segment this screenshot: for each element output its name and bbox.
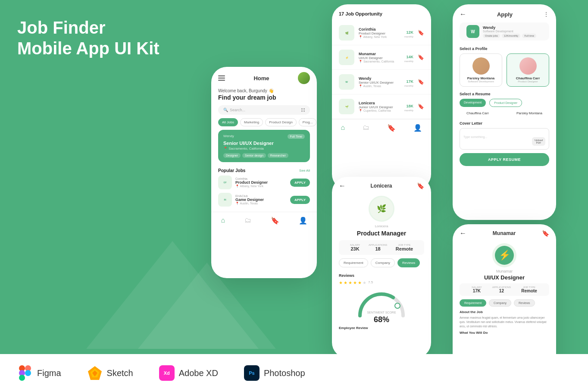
profile-parsley[interactable]: Parsley Montana Software Development xyxy=(460,53,502,87)
apply-btn-2[interactable]: APPLY xyxy=(290,196,310,204)
job-list-item-2[interactable]: ⚡ Munamar UI/UX Designer 📍 Sacramento, C… xyxy=(332,45,431,70)
featured-job-card[interactable]: Wendy Full Time Senior UI/UX Designer 📍 … xyxy=(218,130,310,162)
phone-header: Home xyxy=(211,67,317,87)
company-badges: Onsite jobs 12K/monthly Full time xyxy=(483,34,536,38)
stars-row: ★ ★ ★ ★ ★ ★ 7.5 xyxy=(339,280,424,285)
badge-salary: 12K/monthly xyxy=(502,34,520,38)
star-3: ★ xyxy=(348,280,352,285)
m-tab-requirement[interactable]: Requirement xyxy=(460,299,486,307)
bottom-nav: ⌂ 🗂 🔖 👤 xyxy=(211,212,317,229)
featured-badge: Full Time xyxy=(288,134,305,139)
resume-product-designer[interactable]: Product Designer xyxy=(489,99,522,107)
popular-location-2: 📍 Austin, Texas xyxy=(235,202,287,205)
featured-tag-researcher: Researcher xyxy=(268,153,288,158)
bookmark-1[interactable]: 🔖 xyxy=(418,30,424,36)
tab-requirement[interactable]: Requirement xyxy=(339,258,368,267)
cover-letter-box[interactable]: Type something... UploadPDF xyxy=(460,128,549,150)
adobe-xd-tool: Xd Adobe XD xyxy=(159,365,218,381)
job-2-info: Munamar UI/UX Designer 📍 Sacramento, Cal… xyxy=(359,52,400,63)
nav-briefcase-2[interactable]: 🗂 xyxy=(363,124,369,132)
search-placeholder: Search... xyxy=(230,108,245,112)
wendy-apply-logo: W xyxy=(466,25,479,38)
tag-product-design[interactable]: Product Design xyxy=(265,118,297,126)
chauffina-role: Product Designer xyxy=(510,80,545,83)
job-3-salary: 17K monthly xyxy=(404,77,413,87)
featured-tags: Designer Senior design Researcher xyxy=(223,153,305,158)
phone-apply: ← Apply ⋮ W Wendy Software Development O… xyxy=(453,4,556,220)
sketch-icon xyxy=(87,365,103,381)
nav-briefcase-icon[interactable]: 🗂 xyxy=(244,216,251,225)
job-list-item-4[interactable]: 🌱 Lonicera Junior UI/UX Designer 📍 Cuper… xyxy=(332,94,431,119)
lonicera-stats: SALARY 23K APPLICATIONS 18 JOB TYPE Remo… xyxy=(339,240,424,255)
resume-owners: Chauffina Carr Parsley Montana xyxy=(453,110,556,119)
lonicera-company-name: Lonicera xyxy=(332,224,431,228)
reviews-section: Reviews ★ ★ ★ ★ ★ ★ 7.5 SENTIMENT SCORE … xyxy=(332,271,431,330)
bookmark-3[interactable]: 🔖 xyxy=(418,79,424,85)
category-tags: All Jobs Marketing Product Design Prog..… xyxy=(211,118,317,130)
see-all-link[interactable]: See All xyxy=(299,169,310,172)
popular-title-2: Game Designer xyxy=(235,198,287,202)
lonicera-title: Lonicera xyxy=(370,183,392,189)
m-tab-reviews[interactable]: Reviews xyxy=(514,299,535,307)
applications-stat: APPLICATIONS 18 xyxy=(369,244,387,251)
search-bar[interactable]: 🔍 Search... xyxy=(218,105,310,115)
photoshop-icon: Ps xyxy=(244,365,260,381)
more-options-icon[interactable]: ⋮ xyxy=(543,11,549,18)
apply-company-row: W Wendy Software Development Onsite jobs… xyxy=(460,22,549,41)
back-btn-munamar[interactable]: ← xyxy=(460,229,466,237)
lonicera-list-logo: 🌱 xyxy=(339,99,354,114)
svg-text:SENTIMENT SCORE: SENTIMENT SCORE xyxy=(367,311,396,314)
nav-profile-icon[interactable]: 👤 xyxy=(299,216,307,225)
nav-home-2[interactable]: ⌂ xyxy=(341,124,345,132)
profile-chauffina[interactable]: Chauffina Carr Product Designer xyxy=(507,53,549,87)
tag-marketing[interactable]: Marketing xyxy=(240,118,263,126)
bookmark-2[interactable]: 🔖 xyxy=(418,54,424,60)
munamar-bookmark[interactable]: 🔖 xyxy=(542,230,549,237)
bookmark-4[interactable]: 🔖 xyxy=(418,103,424,110)
adobe-xd-label: Adobe XD xyxy=(179,368,218,378)
popular-job-1[interactable]: GF Corinthia Product Designer 📍 Albany, … xyxy=(218,176,310,189)
tag-prog[interactable]: Prog... xyxy=(299,118,317,126)
star-4: ★ xyxy=(353,280,357,285)
apply-resume-btn[interactable]: APPLY RESUME xyxy=(460,153,549,166)
apply-btn-1[interactable]: APPLY xyxy=(290,179,310,187)
chauffina-avatar xyxy=(519,57,537,75)
filter-icon[interactable] xyxy=(301,108,305,112)
job-list-item-3[interactable]: W Wendy Senior UI/UX Designer 📍 Austin, … xyxy=(332,70,431,94)
upload-pdf-btn[interactable]: UploadPDF xyxy=(532,137,545,146)
corinthia-list-logo: 🌿 xyxy=(339,25,354,41)
wendy-apply-info: Wendy Software Development Onsite jobs 1… xyxy=(483,25,536,38)
phone-home: Home Welcome back, Burgundy 👋 Find your … xyxy=(211,67,317,278)
back-btn-lonicera[interactable]: ← xyxy=(339,182,346,190)
m-salary-stat: SALARY 17K xyxy=(472,286,482,293)
nav-home-icon[interactable]: ⌂ xyxy=(221,216,225,225)
employee-review-label: Employee Review xyxy=(339,326,424,330)
resume-development[interactable]: Development xyxy=(460,99,486,107)
section-header: Popular Jobs See All xyxy=(218,168,310,173)
avatar[interactable] xyxy=(298,72,310,84)
tag-all-jobs[interactable]: All Jobs xyxy=(218,118,238,126)
job-1-info: Corinthia Product Designer 📍 Albany, New… xyxy=(359,27,400,39)
apply-title: Apply xyxy=(497,11,513,18)
lonicera-bookmark[interactable]: 🔖 xyxy=(417,182,424,189)
job-list-item-1[interactable]: 🌿 Corinthia Product Designer 📍 Albany, N… xyxy=(332,21,431,45)
parsley-role: Software Development xyxy=(463,80,498,83)
nav-bookmark-icon[interactable]: 🔖 xyxy=(271,216,279,225)
back-btn-apply[interactable]: ← xyxy=(460,10,466,18)
nav-bookmark-2[interactable]: 🔖 xyxy=(387,124,396,132)
job-4-info: Lonicera Junior UI/UX Designer 📍 Cuperti… xyxy=(359,101,400,113)
about-title: About the Job xyxy=(460,310,549,314)
popular-company-2: EHAClub xyxy=(235,194,287,198)
profiles-row: Parsley Montana Software Development Cha… xyxy=(453,53,556,90)
nav-profile-2[interactable]: 👤 xyxy=(413,124,422,132)
cover-letter-label: Cover Letter xyxy=(453,119,556,128)
tab-reviews[interactable]: Reviews xyxy=(397,258,420,267)
tab-company[interactable]: Company xyxy=(371,258,395,267)
m-tab-company[interactable]: Company xyxy=(489,299,511,307)
featured-tag-senior: Senior design xyxy=(242,153,266,158)
reviews-label: Reviews xyxy=(339,273,424,278)
job-3-info: Wendy Senior UI/UX Designer 📍 Austin, Te… xyxy=(359,76,400,88)
photoshop-tool: Ps Photoshop xyxy=(244,365,305,381)
popular-job-2[interactable]: IN EHAClub Game Designer 📍 Austin, Texas… xyxy=(218,193,310,207)
menu-icon[interactable] xyxy=(218,75,225,81)
